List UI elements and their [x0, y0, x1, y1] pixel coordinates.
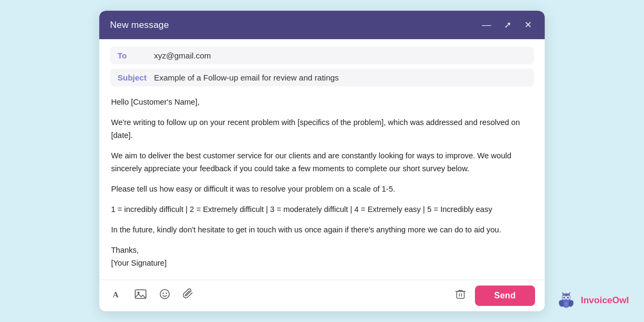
- svg-point-4: [163, 292, 164, 294]
- branding-label: InvoiceOwl: [581, 295, 629, 306]
- body-para5: In the future, kindly don't hesitate to …: [111, 224, 533, 237]
- trash-icon: [455, 288, 466, 300]
- branding: InvoiceOwl: [557, 291, 629, 310]
- expand-button[interactable]: ➚: [502, 18, 514, 32]
- page-wrapper: New message — ➚ ✕ To xyz@gmail.com Subje…: [0, 0, 644, 322]
- svg-text:A: A: [113, 290, 119, 299]
- subject-value[interactable]: Example of a Follow-up email for review …: [154, 73, 526, 82]
- body-para1: We're writing to follow up on your recen…: [111, 116, 533, 142]
- body-para2: We aim to deliver the best customer serv…: [111, 150, 533, 175]
- to-label: To: [118, 51, 154, 60]
- owl-logo-icon: [557, 291, 576, 310]
- delete-button[interactable]: [452, 286, 469, 305]
- svg-point-18: [568, 297, 569, 297]
- compose-header: New message — ➚ ✕: [99, 11, 545, 39]
- attach-icon: [183, 288, 194, 300]
- emoji-button[interactable]: [157, 288, 172, 303]
- to-field-row: To xyz@gmail.com: [110, 47, 534, 64]
- body-para3: Please tell us how easy or difficult it …: [111, 183, 533, 196]
- toolbar-right: Send: [452, 286, 535, 306]
- svg-point-16: [567, 297, 569, 299]
- image-button[interactable]: [133, 288, 149, 303]
- svg-point-17: [565, 297, 565, 297]
- image-icon: [135, 289, 147, 299]
- send-button[interactable]: Send: [475, 286, 535, 306]
- text-icon: A: [111, 289, 122, 299]
- svg-rect-6: [457, 291, 464, 298]
- body-sign2: [Your Signature]: [111, 259, 166, 267]
- compose-window: New message — ➚ ✕ To xyz@gmail.com Subje…: [99, 11, 545, 311]
- body-para4: 1 = incredibly difficult | 2 = Extremely…: [111, 203, 533, 216]
- subject-field-row: Subject Example of a Follow-up email for…: [110, 69, 534, 86]
- compose-header-actions: — ➚ ✕: [480, 18, 534, 32]
- subject-label: Subject: [118, 73, 154, 82]
- compose-fields: To xyz@gmail.com Subject Example of a Fo…: [99, 39, 545, 86]
- compose-title: New message: [110, 20, 169, 31]
- svg-point-3: [160, 290, 170, 299]
- body-sign: Thanks, [Your Signature]: [111, 244, 533, 270]
- svg-point-2: [137, 292, 140, 294]
- svg-point-15: [564, 297, 566, 299]
- toolbar-icons: A: [109, 287, 452, 304]
- svg-point-22: [564, 301, 569, 307]
- compose-body[interactable]: Hello [Customer's Name], We're writing t…: [99, 86, 545, 275]
- minimize-button[interactable]: —: [480, 19, 493, 32]
- text-format-button[interactable]: A: [109, 288, 124, 303]
- body-sign1: Thanks,: [111, 246, 139, 254]
- compose-toolbar: A: [99, 280, 545, 311]
- body-greeting: Hello [Customer's Name],: [111, 96, 533, 109]
- attach-button[interactable]: [181, 287, 196, 304]
- branding-owl: Owl: [612, 295, 629, 305]
- close-button[interactable]: ✕: [522, 18, 534, 32]
- svg-point-5: [166, 292, 167, 294]
- branding-invoice: Invoice: [581, 295, 612, 305]
- emoji-icon: [159, 289, 170, 299]
- to-value[interactable]: xyz@gmail.com: [154, 51, 526, 60]
